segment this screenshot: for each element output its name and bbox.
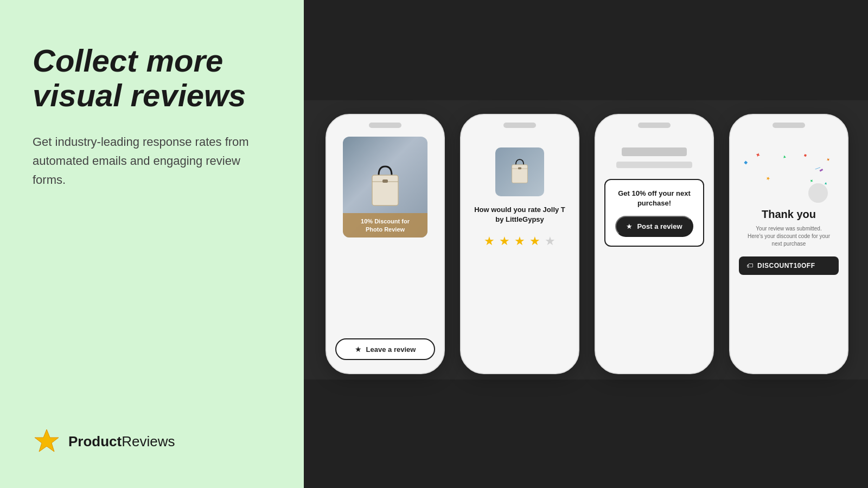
confetti-avatar [808,183,828,203]
svg-rect-6 [518,168,521,170]
phones-row: 10% Discount for Photo Review ★ Leave a … [326,114,848,374]
svg-rect-3 [382,179,388,183]
phone2-star-rating[interactable]: ★ ★ ★ ★ ★ [484,234,556,248]
star-1[interactable]: ★ [484,234,495,248]
headline-line2: visual reviews [33,78,246,113]
confetti-3: ■ [743,159,749,165]
star-4[interactable]: ★ [529,234,540,248]
phone-4-content: ✦ ▲ ■ ✦ ▮ ★ ▲ ■ — ✦ Thank you Your revie… [739,137,839,360]
brand-bold: Product [68,433,122,450]
headline-line1: Collect more [33,43,223,78]
phone-2-content: How would you rate Jolly T by LittleGyps… [470,137,570,360]
phone1-overlay: 10% Discount for Photo Review [343,213,427,237]
phone4-subtext: Your review was submitted. Here's your d… [743,225,834,248]
phone-notch-2 [503,123,536,128]
confetti-4: ✦ [825,156,832,163]
right-panel: 10% Discount for Photo Review ★ Leave a … [304,0,868,488]
phone-notch-3 [638,123,671,128]
brand-light: Reviews [122,433,175,450]
subtext: Get industry-leading response rates from… [33,132,271,190]
phone4-thank-you: Thank you [762,208,816,221]
phone3-placeholder-1 [622,147,687,156]
confetti-7: ▲ [824,181,828,185]
post-star-icon: ★ [626,222,633,230]
phone2-question: How would you rate Jolly T by LittleGyps… [470,205,570,224]
phone3-discount-title: Get 10% off your next purchase! [615,189,693,208]
button-label: Leave a review [366,345,416,354]
left-content: Collect more visual reviews Get industry… [33,43,271,189]
star-3[interactable]: ★ [514,234,525,248]
coupon-icon: 🏷 [746,262,753,269]
confetti-area: ✦ ▲ ■ ✦ ▮ ★ ▲ ■ — ✦ [739,149,839,208]
confetti-8: ■ [803,152,807,158]
brand-name: ProductReviews [68,433,175,450]
post-btn-label: Post a review [637,222,682,230]
bag-svg [363,160,407,214]
phone3-discount-box: Get 10% off your next purchase! ★ Post a… [604,179,704,247]
phone-4: ✦ ▲ ■ ✦ ▮ ★ ▲ ■ — ✦ Thank you Your revie… [729,114,848,374]
phone1-overlay-text: 10% Discount for Photo Review [348,217,422,233]
bag-svg-2 [506,156,533,188]
phone2-product-image [495,147,544,196]
phone-notch-1 [369,123,401,128]
button-star-icon: ★ [355,345,362,354]
star-2[interactable]: ★ [499,234,510,248]
confetti-2: ▲ [782,153,787,159]
phone-1: 10% Discount for Photo Review ★ Leave a … [326,114,445,374]
discount-code: DISCOUNT10OFF [757,262,815,269]
brand-logo: ProductReviews [33,427,271,455]
phone4-discount-code-box: 🏷 DISCOUNT10OFF [739,256,839,275]
phone-3: Get 10% off your next purchase! ★ Post a… [595,114,714,374]
leave-review-button[interactable]: ★ Leave a review [335,338,435,360]
star-5[interactable]: ★ [545,234,556,248]
confetti-6: ★ [765,175,772,182]
phone-notch-4 [773,123,805,128]
confetti-1: ✦ [754,151,762,160]
left-panel: Collect more visual reviews Get industry… [0,0,304,488]
phone-3-content: Get 10% off your next purchase! ★ Post a… [604,137,704,360]
headline: Collect more visual reviews [33,43,271,113]
svg-marker-0 [35,429,59,452]
phone1-product-image: 10% Discount for Photo Review [343,137,427,237]
phone3-placeholder-2 [616,162,692,168]
phone-1-content: 10% Discount for Photo Review [335,137,435,360]
post-review-button[interactable]: ★ Post a review [615,216,693,237]
brand-star-icon [33,427,61,455]
phone-2: How would you rate Jolly T by LittleGyps… [460,114,579,374]
